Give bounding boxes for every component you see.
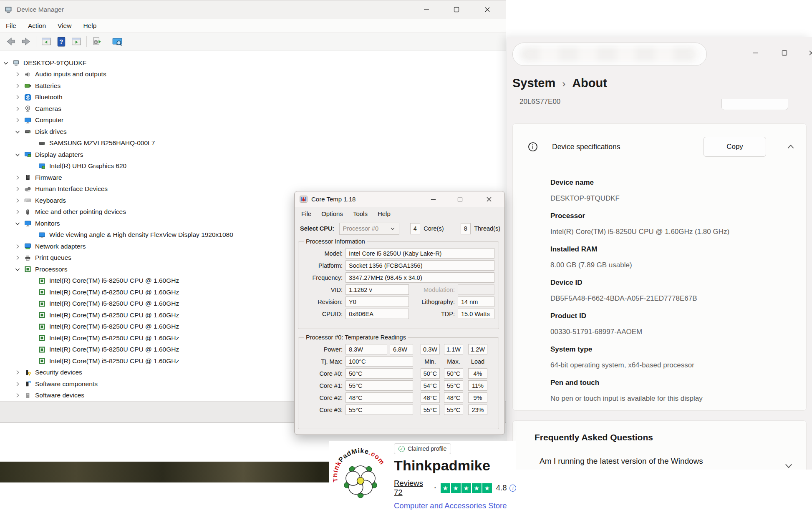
tree-item-disk-drives[interactable]: Disk drives bbox=[0, 126, 506, 138]
threads-label: Thread(s) bbox=[474, 225, 500, 232]
chevron-right-icon[interactable] bbox=[14, 71, 21, 78]
printer-icon bbox=[24, 254, 31, 261]
maximize-button[interactable] bbox=[447, 4, 466, 15]
chevron-down-icon bbox=[390, 226, 396, 231]
chevron-right-icon[interactable] bbox=[14, 197, 21, 204]
menu-options[interactable]: Options bbox=[316, 210, 348, 217]
core-load-field: 4% bbox=[468, 368, 487, 379]
device-manager-titlebar[interactable]: Device Manager bbox=[0, 0, 506, 19]
core-temp-window: Core Temp 1.18 File Options Tools Help S… bbox=[294, 191, 505, 435]
device-display-icon[interactable] bbox=[112, 36, 123, 47]
menu-file[interactable]: File bbox=[296, 210, 316, 217]
detail-pair: System type64-bit operating system, x64-… bbox=[550, 345, 794, 370]
chevron-right-icon[interactable] bbox=[14, 369, 21, 376]
back-icon[interactable] bbox=[5, 36, 16, 47]
chevron-up-icon[interactable] bbox=[786, 142, 795, 151]
chevron-right-icon[interactable] bbox=[14, 83, 21, 89]
chevron-right-icon[interactable] bbox=[14, 94, 21, 100]
rating-value: 4.8 bbox=[496, 483, 507, 492]
star-icon: ★ bbox=[482, 483, 492, 493]
show-console-tree-icon[interactable] bbox=[41, 36, 52, 47]
lithography-field: 14 nm bbox=[458, 296, 494, 307]
category-link[interactable]: Computer and Accessories Store bbox=[394, 501, 516, 510]
maximize-button[interactable] bbox=[776, 47, 793, 59]
tree-item-bluetooth[interactable]: Bluetooth bbox=[0, 92, 506, 103]
chevron-down-icon[interactable] bbox=[14, 151, 21, 158]
star-icon: ★ bbox=[461, 483, 471, 493]
menu-help[interactable]: Help bbox=[77, 22, 102, 30]
chevron-right-icon[interactable] bbox=[14, 106, 21, 112]
show-properties-icon[interactable] bbox=[71, 36, 82, 47]
device-manager-menubar: File Action View Help bbox=[0, 19, 506, 33]
core-max-field: 55°C bbox=[444, 380, 463, 391]
scan-hardware-changes-icon[interactable] bbox=[91, 36, 102, 47]
cpuid-field: 0x806EA bbox=[345, 309, 409, 319]
processor-icon bbox=[24, 266, 31, 273]
select-cpu-label: Select CPU: bbox=[295, 225, 339, 232]
chevron-right-icon[interactable] bbox=[14, 381, 21, 387]
core-min-field: 50°C bbox=[421, 368, 440, 379]
menu-view[interactable]: View bbox=[52, 22, 77, 30]
tree-item-samsung-disk[interactable]: SAMSUNG MZVLB256HAHQ-000L7 bbox=[0, 138, 506, 149]
menu-action[interactable]: Action bbox=[22, 22, 52, 30]
power-field: 0.3W bbox=[421, 344, 440, 354]
clipped-button[interactable] bbox=[721, 99, 788, 110]
chevron-right-icon[interactable] bbox=[14, 174, 21, 181]
chevron-down-icon[interactable] bbox=[14, 266, 21, 273]
cpu-select-dropdown[interactable]: Processor #0 bbox=[339, 223, 399, 235]
chevron-right-icon[interactable] bbox=[14, 117, 21, 123]
breadcrumb-system[interactable]: System bbox=[512, 76, 555, 90]
select-cpu-row: Select CPU: Processor #0 4 Core(s) 8 Thr… bbox=[295, 221, 504, 236]
star-icon: ★ bbox=[472, 483, 482, 493]
core-max-field: 55°C bbox=[444, 404, 463, 415]
chevron-right-icon[interactable] bbox=[14, 254, 21, 261]
minimize-button[interactable] bbox=[747, 47, 764, 59]
info-icon[interactable]: i bbox=[509, 485, 516, 492]
tree-item-intel-uhd[interactable]: Intel(R) UHD Graphics 620 bbox=[0, 161, 506, 172]
tree-item-audio[interactable]: Audio inputs and outputs bbox=[0, 69, 506, 80]
firmware-icon bbox=[24, 174, 31, 181]
reviews-link[interactable]: Reviews 72 bbox=[394, 479, 430, 497]
chevron-down-icon[interactable] bbox=[14, 220, 21, 227]
chevron-down-icon[interactable] bbox=[3, 60, 9, 66]
chevron-right-icon[interactable] bbox=[14, 243, 21, 250]
keyboard-icon bbox=[24, 197, 31, 204]
processor-icon bbox=[38, 300, 45, 307]
minimize-button[interactable] bbox=[425, 193, 441, 205]
copy-button[interactable]: Copy bbox=[704, 137, 766, 157]
tree-item-firmware[interactable]: Firmware bbox=[0, 172, 506, 183]
close-button[interactable] bbox=[478, 4, 497, 15]
close-button[interactable] bbox=[481, 193, 497, 205]
menu-help[interactable]: Help bbox=[373, 210, 396, 217]
close-button[interactable] bbox=[803, 47, 812, 59]
chevron-down-icon[interactable] bbox=[14, 128, 21, 135]
device-specifications-header[interactable]: Device specifications Copy bbox=[513, 124, 806, 170]
breadcrumb-separator: › bbox=[562, 78, 565, 90]
forward-icon[interactable] bbox=[20, 36, 31, 47]
maximize-button[interactable] bbox=[451, 193, 468, 205]
chevron-right-icon[interactable] bbox=[14, 392, 21, 399]
menu-tools[interactable]: Tools bbox=[348, 210, 373, 217]
core-load-field: 9% bbox=[468, 392, 487, 403]
processor-icon bbox=[38, 357, 45, 364]
tree-item-display-adapters[interactable]: Display adapters bbox=[0, 149, 506, 161]
star-icon: ★ bbox=[451, 483, 461, 493]
tree-item-computer-category[interactable]: Computer bbox=[0, 115, 506, 126]
chevron-right-icon[interactable] bbox=[14, 186, 21, 192]
processor-icon bbox=[38, 289, 45, 296]
breadcrumb: System › About bbox=[512, 76, 607, 90]
menu-file[interactable]: File bbox=[0, 22, 22, 30]
search-input[interactable] bbox=[512, 43, 707, 66]
hid-icon bbox=[24, 186, 31, 193]
minimize-button[interactable] bbox=[417, 4, 436, 15]
tree-item-batteries[interactable]: Batteries bbox=[0, 80, 506, 92]
bluetooth-icon bbox=[24, 94, 31, 101]
help-icon[interactable] bbox=[56, 36, 67, 47]
page-title: About bbox=[572, 76, 607, 90]
core-min-field: 48°C bbox=[421, 392, 440, 403]
chevron-right-icon[interactable] bbox=[14, 209, 21, 215]
tree-item-computer[interactable]: DESKTOP-9TQUDKF bbox=[0, 57, 506, 69]
faq-title: Frequently Asked Questions bbox=[535, 432, 653, 442]
tree-item-cameras[interactable]: Cameras bbox=[0, 103, 506, 115]
core-temp-titlebar[interactable]: Core Temp 1.18 bbox=[295, 191, 504, 207]
